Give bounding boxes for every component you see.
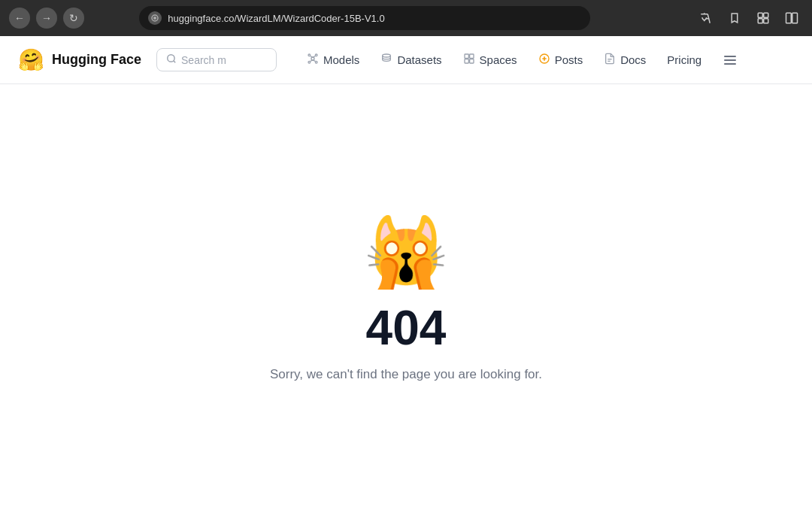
error-emoji: 🙀 — [364, 218, 448, 286]
svg-point-13 — [383, 54, 391, 57]
search-icon — [166, 53, 177, 66]
svg-rect-2 — [764, 13, 768, 17]
nav-spaces[interactable]: Spaces — [454, 48, 526, 72]
svg-rect-15 — [469, 54, 473, 58]
url-text: huggingface.co/WizardLM/WizardCoder-15B-… — [168, 13, 581, 24]
svg-point-11 — [315, 61, 317, 63]
nav-docs[interactable]: Docs — [595, 48, 655, 72]
search-placeholder-text: Search m — [181, 54, 226, 66]
nav-items: Models Datasets S — [298, 48, 747, 72]
svg-rect-14 — [465, 54, 468, 58]
hamburger-icon — [721, 53, 739, 68]
nav-pricing[interactable]: Pricing — [658, 49, 710, 71]
spaces-label: Spaces — [480, 53, 517, 66]
datasets-icon — [380, 53, 392, 68]
svg-point-8 — [311, 57, 314, 60]
models-icon — [307, 53, 319, 68]
split-button[interactable] — [780, 7, 803, 29]
bookmark-button[interactable] — [723, 7, 746, 29]
logo-emoji: 🤗 — [18, 47, 44, 72]
svg-rect-5 — [786, 13, 791, 23]
nav-more-button[interactable] — [714, 48, 747, 72]
site-identity-icon — [148, 11, 162, 25]
nav-models[interactable]: Models — [298, 48, 368, 72]
nav-posts[interactable]: Posts — [529, 48, 592, 72]
pricing-label: Pricing — [667, 53, 701, 66]
svg-rect-17 — [469, 59, 473, 62]
logo-link[interactable]: 🤗 Hugging Face — [18, 47, 141, 72]
extension-button[interactable] — [752, 7, 774, 29]
search-box[interactable]: Search m — [156, 48, 277, 71]
nav-datasets[interactable]: Datasets — [371, 48, 450, 72]
svg-point-10 — [308, 54, 311, 56]
translate-button[interactable] — [695, 7, 717, 29]
svg-point-7 — [168, 55, 174, 62]
posts-label: Posts — [555, 53, 583, 66]
datasets-label: Datasets — [397, 53, 441, 66]
spaces-icon — [463, 53, 475, 68]
error-message: Sorry, we can't find the page you are lo… — [270, 367, 542, 382]
models-label: Models — [323, 53, 359, 66]
svg-rect-4 — [764, 19, 768, 23]
posts-icon — [538, 53, 550, 68]
main-content: 🙀 404 Sorry, we can't find the page you … — [0, 84, 812, 516]
svg-rect-3 — [758, 19, 762, 23]
reload-button[interactable]: ↻ — [63, 8, 84, 29]
svg-point-9 — [315, 54, 317, 56]
browser-actions — [695, 7, 803, 29]
back-button[interactable]: ← — [9, 8, 30, 29]
forward-button[interactable]: → — [36, 8, 57, 29]
address-bar[interactable]: huggingface.co/WizardLM/WizardCoder-15B-… — [139, 6, 590, 30]
logo-text: Hugging Face — [52, 52, 141, 68]
svg-rect-16 — [465, 59, 468, 62]
navbar: 🤗 Hugging Face Search m — [0, 36, 812, 84]
svg-rect-6 — [792, 13, 798, 23]
error-code: 404 — [366, 304, 447, 352]
docs-label: Docs — [620, 53, 646, 66]
svg-point-12 — [308, 61, 311, 63]
browser-chrome: ← → ↻ huggingface.co/WizardLM/WizardCode… — [0, 0, 812, 36]
docs-icon — [604, 53, 616, 68]
svg-rect-1 — [758, 13, 762, 17]
